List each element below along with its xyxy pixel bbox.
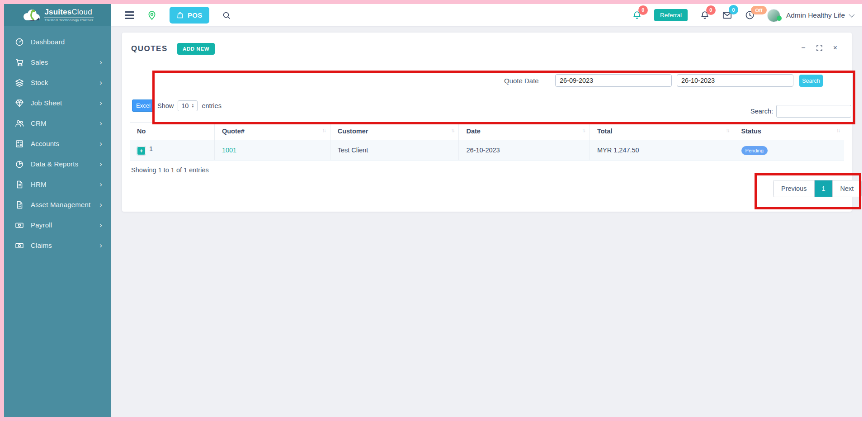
column-header-no: No <box>130 123 214 140</box>
expand-row-button[interactable]: + <box>137 147 146 155</box>
online-status-dot <box>777 16 782 21</box>
menu-toggle-icon[interactable] <box>125 11 134 19</box>
chevron-right-icon: › <box>99 160 102 168</box>
status-badge: Pending <box>741 146 768 155</box>
document-icon <box>15 180 24 189</box>
cell-total: MYR 1,247.50 <box>590 140 734 161</box>
column-header-total[interactable]: Total↑↓ <box>590 123 734 140</box>
top-navbar: POS 0 Referral 0 0 Off <box>111 4 862 26</box>
quote-number-link[interactable]: 1001 <box>222 147 236 154</box>
sort-icon: ↑↓ <box>322 128 326 133</box>
sidebar-item-payroll[interactable]: Payroll › <box>4 215 111 235</box>
close-icon[interactable]: × <box>833 44 837 52</box>
table-header-row: No Quote#↑↓ Customer↑↓ Date↑↓ Total↑↓ St… <box>130 123 844 140</box>
quotes-panel: QUOTES ADD NEW − × Quote Date Search Exc… <box>122 33 852 212</box>
excel-export-button[interactable]: Excel <box>132 99 155 112</box>
cell-customer: Test Client <box>330 140 459 161</box>
fullscreen-icon[interactable] <box>816 45 822 51</box>
next-page-button[interactable]: Next <box>832 180 862 197</box>
app-viewport: JsuitesCloud Trusted Technology Partner … <box>4 4 862 417</box>
sidebar-item-asset-management[interactable]: Asset Management › <box>4 194 111 215</box>
alerts-count-badge: 0 <box>638 5 648 15</box>
banknote-icon <box>15 241 24 250</box>
column-header-customer[interactable]: Customer↑↓ <box>330 123 459 140</box>
shopping-bag-icon <box>176 11 184 19</box>
sidebar-nav: Dashboard Sales › Stock › Job S <box>4 26 111 255</box>
layers-icon <box>15 78 24 87</box>
alerts-bell-icon[interactable]: 0 <box>632 10 642 20</box>
page-size-select[interactable]: 10 ▲ ▼ <box>178 100 198 111</box>
search-icon[interactable] <box>222 11 231 20</box>
messages-envelope-icon[interactable]: 0 <box>722 10 732 20</box>
messages-count-badge: 0 <box>729 5 738 14</box>
date-search-button[interactable]: Search <box>799 75 823 87</box>
sidebar-item-sales[interactable]: Sales › <box>4 52 111 72</box>
minimize-icon[interactable]: − <box>801 44 805 52</box>
dashboard-icon <box>15 38 24 47</box>
sidebar-item-hrm[interactable]: HRM › <box>4 174 111 194</box>
sort-icon: ↑↓ <box>451 128 454 133</box>
document-icon <box>15 200 24 209</box>
chevron-right-icon: › <box>99 140 102 147</box>
quotes-table: No Quote#↑↓ Customer↑↓ Date↑↓ Total↑↓ St… <box>130 122 844 161</box>
cell-date: 26-10-2023 <box>459 140 590 161</box>
quote-date-label: Quote Date <box>504 77 539 85</box>
sort-icon: ↑↓ <box>582 128 585 133</box>
chevron-right-icon: › <box>99 221 102 229</box>
chevron-right-icon: › <box>99 79 102 86</box>
clock-in-out-icon[interactable]: Off <box>745 10 755 20</box>
table-row: +1 1001 Test Client 26-10-2023 MYR 1,247… <box>130 140 844 161</box>
location-pin-icon[interactable] <box>147 10 157 20</box>
brand-logo[interactable]: JsuitesCloud Trusted Technology Partner <box>4 4 111 26</box>
brand-tagline: Trusted Technology Partner <box>44 17 93 22</box>
diamond-icon <box>15 99 24 108</box>
table-info-text: Showing 1 to 1 of 1 entries <box>131 166 209 174</box>
notifications-bell-icon[interactable]: 0 <box>700 10 710 20</box>
cell-status: Pending <box>734 140 844 161</box>
sidebar: JsuitesCloud Trusted Technology Partner … <box>4 4 111 417</box>
table-search-input[interactable] <box>776 105 851 118</box>
sidebar-item-dashboard[interactable]: Dashboard <box>4 32 111 52</box>
sidebar-item-accounts[interactable]: Accounts › <box>4 133 111 154</box>
referral-button[interactable]: Referral <box>654 9 688 21</box>
people-icon <box>15 119 24 128</box>
sort-icon: ↑↓ <box>836 128 840 133</box>
sidebar-item-crm[interactable]: CRM › <box>4 113 111 133</box>
chevron-right-icon: › <box>99 99 102 107</box>
sidebar-item-claims[interactable]: Claims › <box>4 235 111 255</box>
sidebar-item-data-reports[interactable]: Data & Reports › <box>4 154 111 174</box>
user-menu[interactable]: Admin Healthy Life <box>786 11 853 19</box>
chevron-right-icon: › <box>99 241 102 249</box>
calculator-icon <box>15 139 24 148</box>
date-to-input[interactable] <box>677 74 793 87</box>
pagination: Previous 1 Next <box>773 180 862 197</box>
chevron-down-icon <box>849 12 855 18</box>
pie-chart-icon <box>15 160 24 169</box>
add-new-button[interactable]: ADD NEW <box>177 43 215 55</box>
previous-page-button[interactable]: Previous <box>774 180 814 197</box>
user-avatar[interactable] <box>767 9 779 21</box>
cell-quote-number: 1001 <box>214 140 330 161</box>
sidebar-item-job-sheet[interactable]: Job Sheet › <box>4 93 111 113</box>
show-label: Show <box>157 102 174 109</box>
notifications-count-badge: 0 <box>706 5 716 15</box>
column-header-quote[interactable]: Quote#↑↓ <box>214 123 330 140</box>
cell-no: +1 <box>130 140 214 161</box>
spinner-icon: ▲ ▼ <box>191 104 194 108</box>
cart-icon <box>15 58 24 67</box>
brand-name: JsuitesCloud <box>44 8 93 16</box>
page-1-button[interactable]: 1 <box>814 180 832 197</box>
pos-button[interactable]: POS <box>170 7 209 24</box>
column-header-date[interactable]: Date↑↓ <box>459 123 590 140</box>
chevron-right-icon: › <box>99 58 102 66</box>
banknote-icon <box>15 221 24 230</box>
entries-label: entries <box>202 102 222 109</box>
sort-icon: ↑↓ <box>726 128 729 133</box>
column-header-status[interactable]: Status↑↓ <box>734 123 844 140</box>
date-from-input[interactable] <box>555 74 672 87</box>
page-title: QUOTES <box>131 44 168 53</box>
chevron-right-icon: › <box>99 180 102 188</box>
sidebar-item-stock[interactable]: Stock › <box>4 72 111 93</box>
chevron-right-icon: › <box>99 201 102 208</box>
clock-status-badge: Off <box>751 6 767 14</box>
